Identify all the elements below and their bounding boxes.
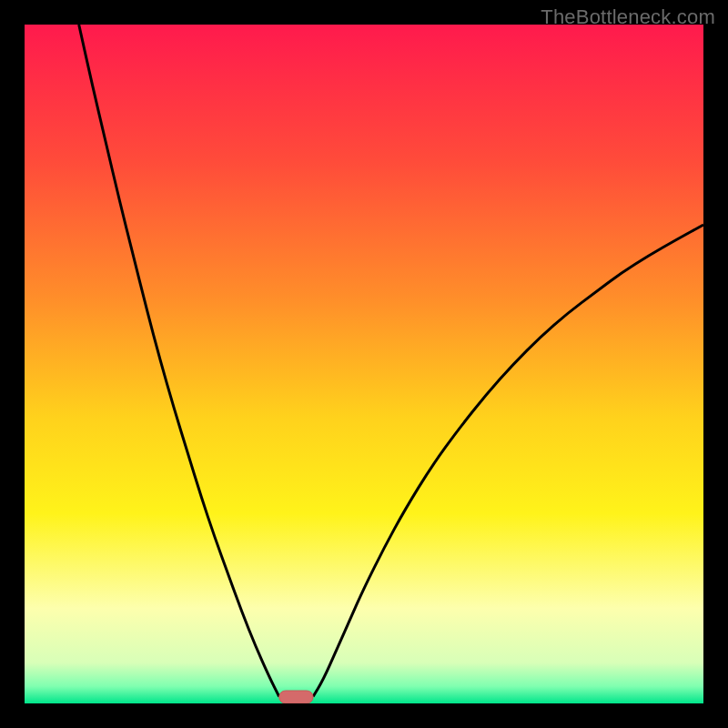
plot-area bbox=[25, 25, 703, 703]
watermark-text: TheBottleneck.com bbox=[541, 5, 715, 29]
chart-frame: TheBottleneck.com bbox=[0, 0, 728, 728]
plot-svg bbox=[25, 25, 703, 703]
gradient-background bbox=[25, 25, 703, 703]
bottleneck-marker bbox=[279, 691, 313, 703]
